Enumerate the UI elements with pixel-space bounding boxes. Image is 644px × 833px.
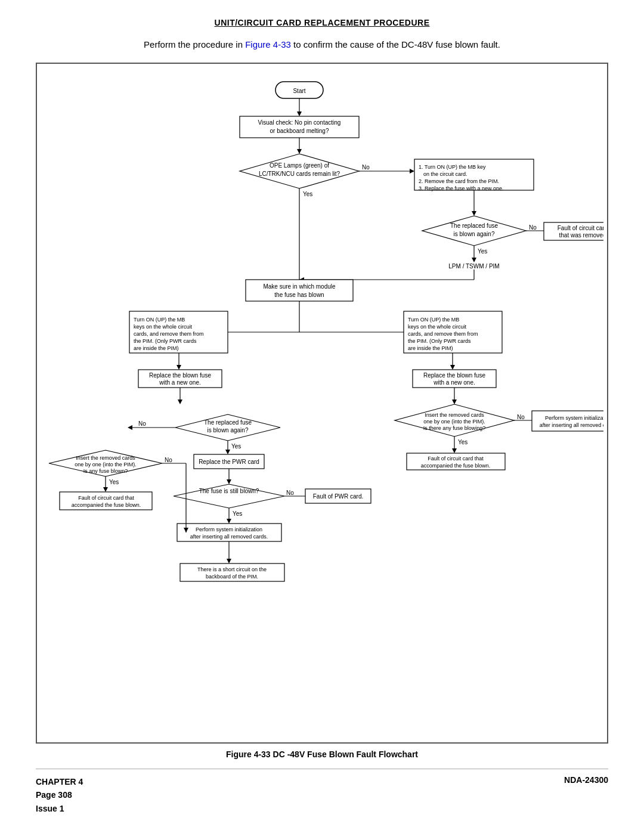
- chapter-label: CHAPTER 4: [36, 775, 83, 788]
- svg-text:Replace the blown fuse: Replace the blown fuse: [423, 372, 485, 379]
- svg-text:Fault of circuit card that: Fault of circuit card that: [78, 495, 134, 501]
- svg-marker-84: [177, 365, 181, 370]
- svg-marker-96: [128, 425, 132, 430]
- footer: CHAPTER 4 Page 308 Issue 1 NDA-24300: [36, 769, 608, 815]
- svg-text:Perform system initialization: Perform system initialization: [545, 415, 603, 421]
- svg-text:Make sure in which module: Make sure in which module: [263, 283, 336, 290]
- footer-right: NDA-24300: [564, 775, 608, 785]
- svg-text:LC/TRK/NCU cards remain lit?: LC/TRK/NCU cards remain lit?: [259, 171, 340, 177]
- svg-marker-22: [472, 211, 476, 216]
- intro-text: Perform the procedure in Figure 4-33 to …: [36, 38, 608, 52]
- svg-text:after inserting all removed ca: after inserting all removed cards.: [540, 422, 603, 428]
- svg-text:Fault of circuit card: Fault of circuit card: [558, 225, 603, 231]
- svg-text:Turn ON (UP) the MB: Turn ON (UP) the MB: [408, 317, 459, 323]
- flowchart-container: Start Visual check: No pin contacting or…: [36, 63, 608, 744]
- svg-text:No: No: [138, 420, 146, 427]
- svg-text:Replace the PWR card: Replace the PWR card: [199, 459, 259, 465]
- svg-text:Yes: Yes: [233, 510, 242, 517]
- svg-marker-113: [227, 479, 231, 484]
- svg-text:that was removed: that was removed: [559, 232, 603, 239]
- svg-text:after inserting all removed ca: after inserting all removed cards.: [190, 534, 268, 540]
- svg-text:cards, and remove them from: cards, and remove them from: [408, 331, 478, 337]
- svg-text:Replace the blown fuse: Replace the blown fuse: [149, 372, 211, 379]
- svg-text:Fault of PWR card.: Fault of PWR card.: [313, 493, 363, 500]
- svg-text:Is there any fuse blowing?: Is there any fuse blowing?: [423, 425, 486, 431]
- svg-text:There is a short circuit on th: There is a short circuit on the: [197, 566, 267, 572]
- section-title: UNIT/CIRCUIT CARD REPLACEMENT PROCEDURE: [36, 18, 608, 27]
- svg-text:one by one  (into the PIM).: one by one (into the PIM).: [75, 462, 137, 467]
- svg-text:Insert the removed cards: Insert the removed cards: [76, 455, 135, 461]
- svg-text:Yes: Yes: [231, 443, 241, 450]
- svg-marker-89: [178, 400, 182, 404]
- svg-text:keys on the whole circuit: keys on the whole circuit: [408, 324, 467, 330]
- flowchart-svg: Start Visual check: No pin contacting or…: [43, 76, 603, 696]
- svg-text:or backboard melting?: or backboard melting?: [270, 128, 329, 134]
- svg-marker-55: [450, 365, 455, 370]
- svg-text:Insert the removed cards: Insert the removed cards: [425, 412, 484, 418]
- issue-label: Issue 1: [36, 802, 83, 815]
- svg-text:No: No: [165, 457, 172, 463]
- svg-text:backboard of the PIM.: backboard of the PIM.: [206, 574, 258, 580]
- svg-text:is blown again?: is blown again?: [454, 231, 495, 237]
- svg-text:2.  Remove the card from the P: 2. Remove the card from the PIM.: [419, 178, 499, 184]
- svg-text:The replaced  fuse: The replaced fuse: [450, 222, 498, 229]
- svg-text:Turn ON (UP) the MB: Turn ON (UP) the MB: [134, 317, 185, 323]
- svg-text:Yes: Yes: [478, 248, 487, 255]
- svg-text:the fuse has blown: the fuse has blown: [274, 292, 324, 298]
- svg-text:with a new one.: with a new one.: [159, 379, 201, 386]
- svg-text:one by one  (into the PIM).: one by one (into the PIM).: [423, 419, 485, 425]
- svg-text:accompanied the fuse blown.: accompanied the fuse blown.: [421, 463, 491, 469]
- svg-text:No: No: [517, 414, 525, 420]
- intro-before: Perform the procedure in: [144, 39, 245, 49]
- svg-text:with a new one.: with a new one.: [433, 379, 475, 386]
- svg-marker-8: [297, 149, 302, 154]
- svg-text:LPM / TSWM / PIM: LPM / TSWM / PIM: [448, 263, 499, 270]
- svg-marker-15: [410, 169, 414, 174]
- svg-text:Start: Start: [293, 88, 305, 94]
- svg-text:cards, and remove them from: cards, and remove them from: [134, 331, 204, 337]
- svg-text:No: No: [286, 490, 294, 496]
- svg-marker-3: [297, 112, 302, 116]
- svg-marker-34: [472, 258, 476, 262]
- svg-marker-104: [103, 487, 108, 492]
- svg-text:1.  Turn ON (UP) the MB key: 1. Turn ON (UP) the MB key: [419, 164, 486, 170]
- intro-after: to confirm the cause of the DC-48V fuse …: [291, 39, 500, 49]
- svg-marker-128: [227, 559, 231, 563]
- svg-text:are inside the PIM): are inside the PIM): [134, 345, 179, 351]
- svg-text:3.  Replace the fuse with a ne: 3. Replace the fuse with a new one.: [419, 185, 504, 191]
- page-container: UNIT/CIRCUIT CARD REPLACEMENT PROCEDURE …: [0, 0, 644, 833]
- figure-link[interactable]: Figure 4-33: [245, 39, 291, 49]
- doc-number: NDA-24300: [564, 775, 608, 785]
- svg-text:No: No: [362, 164, 370, 171]
- page-label: Page 308: [36, 788, 83, 801]
- footer-left: CHAPTER 4 Page 308 Issue 1: [36, 775, 83, 815]
- svg-marker-109: [225, 450, 230, 454]
- svg-text:are inside the PIM): are inside the PIM): [408, 345, 453, 351]
- svg-text:The replaced  fuse: The replaced fuse: [204, 419, 252, 426]
- figure-caption: Figure 4-33 DC -48V Fuse Blown Fault Flo…: [36, 750, 608, 759]
- svg-text:Fault of  circuit card that: Fault of circuit card that: [428, 456, 484, 462]
- svg-text:Yes: Yes: [458, 439, 467, 445]
- svg-marker-73: [452, 448, 457, 453]
- svg-text:Yes: Yes: [303, 191, 312, 197]
- svg-text:is blown again?: is blown again?: [208, 427, 249, 433]
- svg-text:on the circuit card.: on the circuit card.: [423, 171, 467, 177]
- svg-marker-60: [452, 400, 457, 404]
- svg-text:Is any fuse blown?: Is any fuse blown?: [83, 468, 128, 474]
- svg-text:Visual check: No pin contactin: Visual check: No pin contacting: [258, 119, 341, 126]
- svg-text:keys on the whole circuit: keys on the whole circuit: [134, 324, 193, 330]
- svg-text:the PIM. (Only PWR cards: the PIM. (Only PWR cards: [408, 338, 471, 344]
- svg-text:Perform system initialization: Perform system initialization: [196, 527, 262, 532]
- svg-text:The fuse is still blown?: The fuse is still blown?: [199, 488, 259, 494]
- svg-marker-123: [227, 519, 231, 524]
- svg-text:OPE  Lamps (green) of: OPE Lamps (green) of: [270, 162, 329, 169]
- svg-text:the PIM. (Only PWR cards: the PIM. (Only PWR cards: [134, 338, 197, 344]
- svg-text:accompanied the fuse blown.: accompanied the fuse blown.: [72, 502, 141, 508]
- svg-text:Yes: Yes: [109, 479, 119, 485]
- svg-text:No: No: [529, 224, 537, 231]
